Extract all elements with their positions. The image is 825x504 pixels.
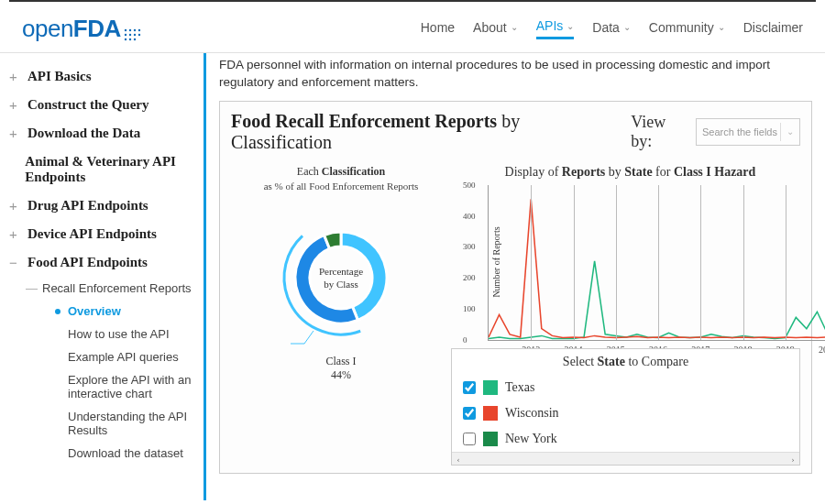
- compare-checkbox[interactable]: [463, 407, 476, 420]
- svg-point-2: [134, 29, 136, 31]
- horizontal-scrollbar[interactable]: ‹ ›: [452, 452, 799, 465]
- nav-disclaimer[interactable]: Disclaimer: [743, 18, 803, 39]
- svg-point-10: [134, 38, 136, 40]
- compare-row-wisconsin[interactable]: Wisconsin: [459, 400, 792, 426]
- donut-subcaption: as % of all Food Enforcement Reports: [231, 181, 451, 192]
- sidebar-subsub-label: Understanding the API Results: [68, 410, 198, 437]
- ytick: 0: [463, 335, 468, 345]
- sidebar-subsub-label: Explore the API with an interactive char…: [68, 373, 198, 400]
- compare-label: New York: [505, 432, 557, 446]
- sidebar-item-label: Drug API Endpoints: [28, 198, 148, 214]
- logo-part2: FDA: [73, 15, 121, 42]
- search-placeholder: Search the fields: [702, 126, 777, 137]
- ytick: 400: [463, 212, 476, 221]
- chevron-down-icon: ⌄: [511, 22, 518, 32]
- nav-about[interactable]: About⌄: [473, 18, 518, 39]
- svg-point-6: [134, 34, 136, 36]
- svg-point-5: [129, 34, 131, 36]
- plus-icon: +: [9, 126, 20, 141]
- plus-icon: +: [9, 226, 20, 242]
- donut-center-label: Percentage by Class: [319, 264, 363, 290]
- sidebar-item-animal-veterinary-api-endpoints[interactable]: Animal & Veterinary API Endpoints: [4, 148, 198, 192]
- sidebar-item-drug-api-endpoints[interactable]: +Drug API Endpoints: [4, 192, 198, 220]
- compare-row-texas[interactable]: Texas: [459, 375, 792, 400]
- svg-point-0: [125, 29, 126, 31]
- plus-icon: +: [9, 69, 20, 84]
- sidebar-subsub-how-to-use-the-api[interactable]: How to use the API: [55, 323, 198, 345]
- plus-icon: +: [9, 97, 20, 113]
- sidebar-item-label: Construct the Query: [28, 97, 148, 113]
- sidebar-item-food-api[interactable]: − Food API Endpoints: [4, 248, 198, 277]
- xtick: 2020: [819, 345, 825, 355]
- search-fields-select[interactable]: Search the fields ⌄: [696, 118, 800, 146]
- nav-home[interactable]: Home: [421, 18, 455, 39]
- nav-apis[interactable]: APIs⌄: [536, 18, 575, 39]
- svg-point-9: [129, 38, 131, 40]
- sidebar-sub-label: Recall Enforcement Reports: [42, 281, 192, 295]
- sidebar-item-label: Download the Data: [28, 126, 140, 141]
- sidebar-item-device-api-endpoints[interactable]: +Device API Endpoints: [4, 220, 198, 248]
- line-chart[interactable]: Number of Reports 2013201420152016201720…: [488, 185, 825, 341]
- svg-point-3: [138, 29, 140, 31]
- compare-title: Select State to Compare: [452, 353, 799, 375]
- sidebar-subsub-explore-the-api-with-an-interactive-chart[interactable]: Explore the API with an interactive char…: [55, 368, 198, 405]
- viewby-label: View by:: [631, 113, 690, 151]
- chevron-down-icon: ⌄: [718, 22, 725, 32]
- sidebar-subsub-label: Download the dataset: [68, 446, 183, 460]
- svg-point-4: [125, 34, 126, 36]
- line-chart-title: Display of Reports by State for Class I …: [460, 161, 800, 185]
- sidebar-item-label: Food API Endpoints: [28, 255, 148, 270]
- ytick: 300: [463, 242, 476, 251]
- plus-icon: +: [9, 198, 20, 214]
- line-chart-area: Display of Reports by State for Class I …: [460, 161, 800, 466]
- bullet-icon: [55, 309, 60, 314]
- compare-label: Wisconsin: [505, 406, 559, 421]
- compare-list[interactable]: TexasWisconsinNew York: [452, 375, 799, 452]
- chevron-down-icon: ⌄: [566, 21, 574, 31]
- report-panel: Food Recall Enforcement Reports by Class…: [219, 101, 812, 474]
- sidebar-item-api-basics[interactable]: +API Basics: [4, 62, 198, 91]
- compare-checkbox[interactable]: [463, 381, 476, 394]
- donut-caption: Each Classification: [231, 161, 451, 181]
- compare-row-new-york[interactable]: New York: [459, 426, 792, 452]
- intro-text: FDA personnel with information on intern…: [219, 53, 812, 101]
- ytick: 500: [463, 181, 476, 190]
- minus-icon: −: [9, 255, 20, 270]
- logo-dots-icon: [123, 22, 143, 38]
- svg-point-8: [125, 38, 126, 40]
- sidebar: +API Basics+Construct the Query+Download…: [0, 53, 206, 500]
- sidebar-subsub-example-api-queries[interactable]: Example API queries: [55, 345, 198, 368]
- sidebar-item-label: API Basics: [28, 69, 92, 84]
- svg-point-7: [138, 34, 140, 36]
- sidebar-sub-recall-enforcement[interactable]: — Recall Enforcement Reports: [22, 277, 198, 300]
- chevron-down-icon: ⌄: [623, 22, 631, 32]
- scroll-left-icon[interactable]: ‹: [452, 453, 465, 466]
- color-swatch-icon: [483, 406, 498, 421]
- ytick: 200: [463, 273, 476, 282]
- compare-panel: Select State to Compare TexasWisconsinNe…: [451, 348, 800, 466]
- logo[interactable]: openFDA: [22, 15, 143, 43]
- panel-title: Food Recall Enforcement Reports by Class…: [231, 111, 622, 153]
- content: FDA personnel with information on intern…: [206, 53, 825, 500]
- nav-community[interactable]: Community⌄: [649, 18, 725, 39]
- donut-chart-area: Each Classification as % of all Food Enf…: [231, 161, 451, 466]
- sidebar-subsub-label: Overview: [68, 304, 121, 318]
- compare-checkbox[interactable]: [463, 433, 476, 445]
- header: openFDA HomeAbout⌄APIs⌄Data⌄Community⌄Di…: [0, 7, 825, 53]
- compare-label: Texas: [505, 380, 534, 395]
- sidebar-subsub-download-the-dataset[interactable]: Download the dataset: [55, 442, 198, 465]
- color-swatch-icon: [483, 432, 498, 446]
- nav-data[interactable]: Data⌄: [592, 18, 631, 39]
- sidebar-subsub-understanding-the-api-results[interactable]: Understanding the API Results: [55, 405, 198, 442]
- donut-slice-label: Class I44%: [231, 355, 451, 382]
- sidebar-item-label: Device API Endpoints: [28, 226, 157, 242]
- logo-part1: open: [22, 15, 73, 42]
- donut-chart[interactable]: Percentage by Class: [268, 204, 414, 351]
- sidebar-item-download-the-data[interactable]: +Download the Data: [4, 119, 198, 148]
- sidebar-subsub-overview[interactable]: Overview: [55, 300, 198, 323]
- sidebar-subsub-label: Example API queries: [68, 350, 179, 364]
- chevron-down-icon: ⌄: [786, 126, 794, 137]
- ytick: 100: [463, 304, 476, 313]
- scroll-right-icon[interactable]: ›: [786, 453, 799, 466]
- sidebar-item-construct-the-query[interactable]: +Construct the Query: [4, 91, 198, 119]
